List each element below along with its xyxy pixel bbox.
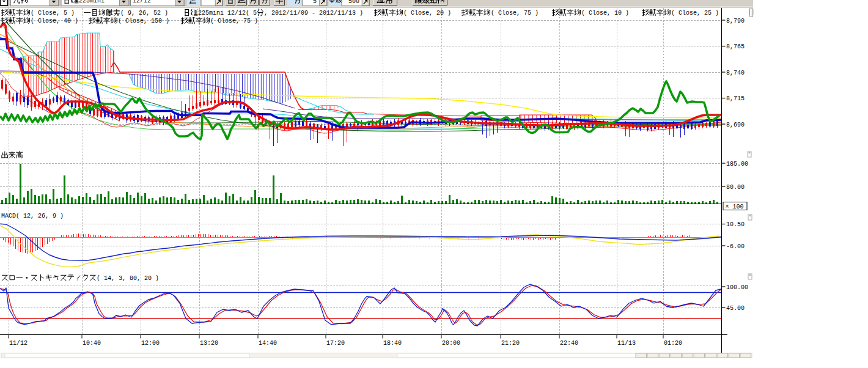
svg-text:80.00: 80.00 [726, 184, 745, 191]
svg-text:01:20: 01:20 [664, 340, 682, 347]
svg-text:21:20: 21:20 [501, 340, 520, 347]
svg-text:( Close, 150 ): ( Close, 150 ) [118, 18, 169, 24]
svg-text:225mini 12/12( 5: 225mini 12/12( 5 [198, 10, 257, 17]
svg-text:11/12: 11/12 [9, 340, 28, 347]
svg-text:8,690: 8,690 [726, 122, 745, 128]
svg-text:8,765: 8,765 [726, 43, 745, 50]
svg-text:5: 5 [313, 0, 317, 5]
svg-text:100.00: 100.00 [726, 284, 748, 291]
svg-text:-6.00: -6.00 [726, 243, 745, 250]
svg-text:13:20: 13:20 [200, 340, 218, 347]
svg-text:( 14, 3, 80, 20 ): ( 14, 3, 80, 20 ) [97, 275, 159, 282]
svg-text:8,790: 8,790 [726, 18, 745, 24]
svg-text:MACD( 12, 26, 9 ): MACD( 12, 26, 9 ) [1, 213, 64, 219]
svg-text:18:40: 18:40 [383, 340, 402, 347]
svg-text:( Close, 75 ): ( Close, 75 ) [210, 18, 258, 24]
svg-text:( Close, 20 ): ( Close, 20 ) [403, 10, 451, 17]
svg-text:17:20: 17:20 [326, 340, 345, 347]
svg-text:500: 500 [348, 0, 359, 5]
svg-text:45.00: 45.00 [726, 305, 745, 312]
svg-text:12:00: 12:00 [141, 340, 160, 347]
svg-text:22:40: 22:40 [560, 340, 578, 347]
svg-text:10.50: 10.50 [726, 221, 745, 228]
svg-text:12/12: 12/12 [133, 0, 151, 4]
svg-text:( Close, 75 ): ( Close, 75 ) [491, 10, 539, 17]
svg-text:× 100: × 100 [726, 204, 744, 210]
svg-text:8,715: 8,715 [726, 95, 745, 102]
svg-text:8,740: 8,740 [726, 70, 745, 76]
svg-text:14:40: 14:40 [259, 340, 277, 347]
svg-text:( Close, 40 ): ( Close, 40 ) [31, 18, 78, 24]
svg-text:, 2012/11/09 - 2012/11/13 ): , 2012/11/09 - 2012/11/13 ) [264, 10, 363, 17]
svg-text:11/13: 11/13 [617, 340, 636, 347]
svg-text:10:40: 10:40 [83, 340, 101, 347]
svg-text:( Close, 10 ): ( Close, 10 ) [581, 10, 629, 17]
svg-text:( Close, 25 ): ( Close, 25 ) [671, 10, 719, 17]
svg-text:185.00: 185.00 [726, 161, 748, 167]
svg-text:20:00: 20:00 [442, 340, 460, 347]
svg-text:( 9, 26, 52 ): ( 9, 26, 52 ) [120, 10, 168, 17]
svg-text:225mini: 225mini [79, 0, 105, 4]
svg-text:( Close, 5 ): ( Close, 5 ) [31, 10, 75, 17]
